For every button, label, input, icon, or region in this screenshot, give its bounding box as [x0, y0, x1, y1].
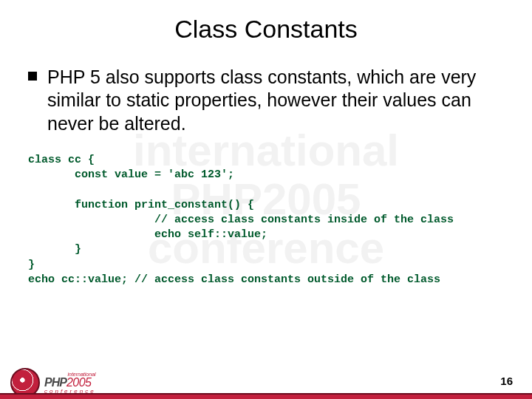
bullet-text: PHP 5 also supports class constants, whi…	[47, 66, 504, 135]
logo-text: international PHP2005 conference	[44, 372, 96, 395]
slide-content: Class Constants PHP 5 also supports clas…	[0, 0, 532, 287]
logo-line-phpyear: PHP2005	[44, 377, 96, 389]
logo-year: 2005	[66, 377, 92, 389]
footer-bar	[0, 393, 532, 399]
slide-footer: international PHP2005 conference 16	[0, 359, 532, 399]
page-number: 16	[500, 375, 513, 387]
logo-php: PHP	[44, 377, 66, 389]
bullet-item: PHP 5 also supports class constants, whi…	[28, 66, 504, 135]
slide-title: Class Constants	[28, 15, 504, 44]
code-block: class cc { const value = 'abc 123'; func…	[28, 153, 504, 287]
square-bullet-icon	[28, 72, 37, 81]
